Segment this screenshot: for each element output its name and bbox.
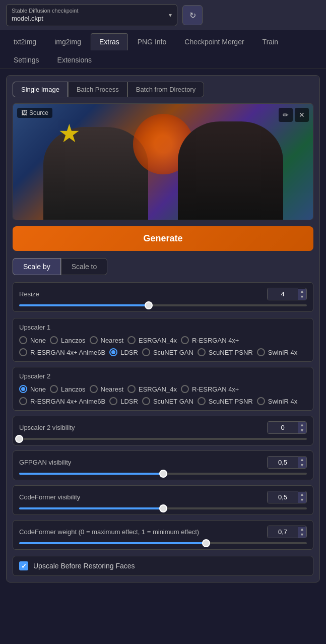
upscaler1-swinir4x[interactable]: SwinIR 4x <box>257 348 298 356</box>
upscaler2-visibility-value-box[interactable]: ▲ ▼ <box>267 421 307 434</box>
gfpgan-vis-up-arrow[interactable]: ▲ <box>298 457 306 463</box>
upscaler2-visibility-section: Upscaler 2 visibility ▲ ▼ <box>13 416 313 445</box>
codeformer-weight-value-box[interactable]: ▲ ▼ <box>267 526 307 538</box>
codeformer-weight-thumb[interactable] <box>202 539 210 547</box>
upscaler2-esrgan4x[interactable]: ESRGAN_4x <box>127 385 177 393</box>
upscaler1-resrgan4x[interactable]: R-ESRGAN 4x+ <box>181 336 239 344</box>
upscaler2-ldsr-radio[interactable] <box>109 397 117 405</box>
scale-by-tab[interactable]: Scale by <box>13 258 61 275</box>
upscaler1-esrgan4x[interactable]: ESRGAN_4x <box>127 336 177 344</box>
upscaler2-scunetpsnr-radio[interactable] <box>198 397 206 405</box>
codeformer-weight-track[interactable] <box>19 542 307 544</box>
upscaler2-visibility-thumb[interactable] <box>15 435 23 443</box>
subtab-batch-directory[interactable]: Batch from Directory <box>127 82 204 97</box>
tab-extras[interactable]: Extras <box>91 33 128 50</box>
codeformer-visibility-label: CodeFormer visibility <box>19 493 80 501</box>
upscaler2-scunetpsnr[interactable]: ScuNET PSNR <box>198 397 253 405</box>
upscaler2-esrgan4x-radio[interactable] <box>127 385 136 393</box>
gfpgan-visibility-value-box[interactable]: ▲ ▼ <box>267 456 307 469</box>
upscaler1-esrgan4x-radio[interactable] <box>127 336 136 344</box>
upscaler1-scunetpsnr-radio[interactable] <box>198 348 206 356</box>
checkpoint-selector[interactable]: Stable Diffusion checkpoint model.ckpt ▾ <box>6 4 177 26</box>
upscaler2-swinir4x[interactable]: SwinIR 4x <box>257 397 298 405</box>
resize-up-arrow[interactable]: ▲ <box>298 289 306 294</box>
upscaler2-swinir4x-radio[interactable] <box>257 397 265 405</box>
upscaler2-ldsr[interactable]: LDSR <box>109 397 138 405</box>
close-image-button[interactable]: ✕ <box>295 108 309 122</box>
subtab-single-image[interactable]: Single Image <box>13 82 68 97</box>
codeformer-visibility-thumb[interactable] <box>159 504 167 512</box>
gfpgan-vis-down-arrow[interactable]: ▼ <box>298 463 306 468</box>
codeformer-visibility-arrows[interactable]: ▲ ▼ <box>298 492 306 503</box>
upscaler2-resrgan4xa[interactable]: R-ESRGAN 4x+ Anime6B <box>19 397 105 405</box>
codeformer-wt-down-arrow[interactable]: ▼ <box>298 532 306 538</box>
gfpgan-visibility-thumb[interactable] <box>159 470 167 478</box>
upscaler2-vis-down-arrow[interactable]: ▼ <box>298 428 306 433</box>
upscaler2-scunetgan-radio[interactable] <box>142 397 150 405</box>
upscaler2-visibility-arrows[interactable]: ▲ ▼ <box>298 422 306 433</box>
upscaler1-none[interactable]: None <box>19 336 46 344</box>
resize-value-box[interactable]: ▲ ▼ <box>267 288 307 300</box>
tab-checkpoint-merger[interactable]: Checkpoint Merger <box>176 33 252 50</box>
tab-extensions[interactable]: Extensions <box>49 51 100 69</box>
gfpgan-visibility-track[interactable] <box>19 473 307 475</box>
upscaler2-lanczos[interactable]: Lanczos <box>50 385 85 393</box>
tab-pnginfo[interactable]: PNG Info <box>129 33 175 50</box>
upscaler1-none-label: None <box>30 337 46 344</box>
upscaler1-resrgan4xa[interactable]: R-ESRGAN 4x+ Anime6B <box>19 348 105 356</box>
upscaler2-nearest-radio[interactable] <box>90 385 98 393</box>
resize-slider-thumb[interactable] <box>145 301 153 309</box>
upscaler1-nearest[interactable]: Nearest <box>90 336 124 344</box>
resize-arrows[interactable]: ▲ ▼ <box>298 289 306 300</box>
upscaler1-resrgan4xa-radio[interactable] <box>19 348 27 356</box>
upscaler1-nearest-radio[interactable] <box>90 336 98 344</box>
codeformer-visibility-input[interactable] <box>268 491 298 503</box>
gfpgan-visibility-input[interactable] <box>268 457 298 468</box>
upscaler1-lanczos[interactable]: Lanczos <box>50 336 85 344</box>
upscaler1-ldsr-radio[interactable] <box>109 348 117 356</box>
resize-value-input[interactable] <box>268 288 298 300</box>
codeformer-visibility-track[interactable] <box>19 507 307 509</box>
upscaler2-visibility-track[interactable] <box>19 438 307 440</box>
codeformer-vis-down-arrow[interactable]: ▼ <box>298 497 306 503</box>
upscale-checkbox[interactable]: ✓ <box>19 561 28 570</box>
upscaler2-lanczos-radio[interactable] <box>50 385 58 393</box>
tab-txt2img[interactable]: txt2img <box>5 33 45 50</box>
upscaler2-none-radio[interactable] <box>19 385 27 393</box>
codeformer-vis-up-arrow[interactable]: ▲ <box>298 492 306 497</box>
upscaler1-ldsr[interactable]: LDSR <box>109 348 138 356</box>
subtab-batch-process[interactable]: Batch Process <box>68 82 127 97</box>
upscaler1-resrgan4x-radio[interactable] <box>181 336 189 344</box>
upscaler2-scunetgan[interactable]: ScuNET GAN <box>142 397 193 405</box>
upscaler2-resrgan4xa-radio[interactable] <box>19 397 27 405</box>
upscaler1-scunetgan-radio[interactable] <box>142 348 150 356</box>
codeformer-weight-input[interactable] <box>268 526 298 538</box>
tab-train[interactable]: Train <box>254 33 287 50</box>
resize-down-arrow[interactable]: ▼ <box>298 294 306 300</box>
decorative-star: ★ <box>58 119 81 148</box>
upscaler1-none-radio[interactable] <box>19 336 27 344</box>
codeformer-wt-up-arrow[interactable]: ▲ <box>298 527 306 532</box>
resize-slider-track[interactable] <box>19 304 307 306</box>
upscaler2-resrgan4x[interactable]: R-ESRGAN 4x+ <box>181 385 239 393</box>
refresh-button[interactable]: ↻ <box>182 5 203 25</box>
upscaler2-resrgan4x-radio[interactable] <box>181 385 189 393</box>
decorative-circle <box>133 114 193 174</box>
codeformer-visibility-value-box[interactable]: ▲ ▼ <box>267 491 307 503</box>
edit-image-button[interactable]: ✏ <box>279 108 293 122</box>
tab-settings[interactable]: Settings <box>5 51 48 69</box>
source-image-area[interactable]: 🖼 Source ✏ ✕ ★ <box>13 103 313 220</box>
upscaler2-nearest[interactable]: Nearest <box>90 385 124 393</box>
upscaler1-swinir4x-radio[interactable] <box>257 348 265 356</box>
generate-button[interactable]: Generate <box>13 226 313 251</box>
upscaler1-scunetgan[interactable]: ScuNET GAN <box>142 348 193 356</box>
tab-img2img[interactable]: img2img <box>46 33 90 50</box>
upscaler1-lanczos-radio[interactable] <box>50 336 58 344</box>
upscaler2-vis-up-arrow[interactable]: ▲ <box>298 422 306 428</box>
scale-to-tab[interactable]: Scale to <box>61 258 108 275</box>
upscaler2-none[interactable]: None <box>19 385 46 393</box>
codeformer-weight-arrows[interactable]: ▲ ▼ <box>298 527 306 538</box>
gfpgan-visibility-arrows[interactable]: ▲ ▼ <box>298 457 306 468</box>
upscaler2-visibility-input[interactable] <box>268 422 298 433</box>
upscaler1-scunetpsnr[interactable]: ScuNET PSNR <box>198 348 253 356</box>
